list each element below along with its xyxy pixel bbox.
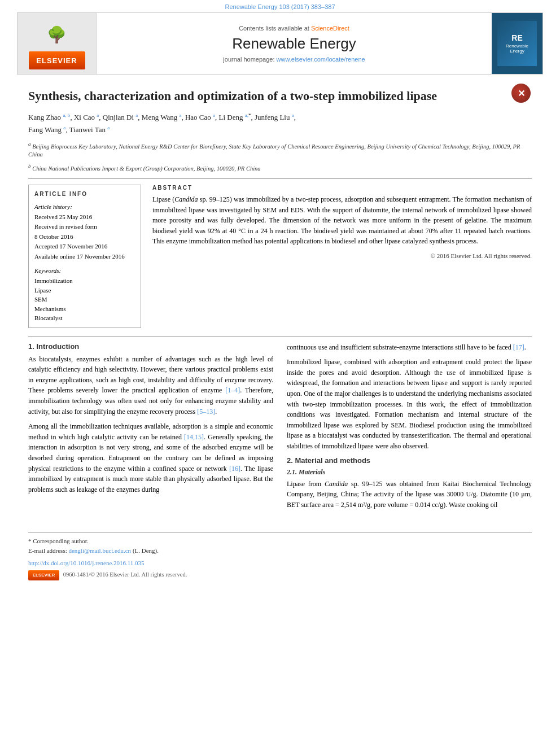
article-history-label: Article history:	[34, 202, 135, 212]
journal-header-center: Contents lists available at ScienceDirec…	[97, 13, 492, 74]
keyword-mechanisms: Mechanisms	[34, 304, 135, 314]
section1-para1: As biocatalysts, enzymes exhibit a numbe…	[28, 354, 273, 417]
elsevier-logo-area: 🌳 ELSEVIER	[18, 13, 97, 74]
title-row: Synthesis, characterization and optimiza…	[28, 82, 532, 111]
affiliation-b: b China National Publications Import & E…	[28, 163, 532, 173]
abstract-title: ABSTRACT	[152, 185, 532, 191]
journal-title-header: Renewable Energy	[232, 35, 356, 53]
section2-1-text: Lipase from Candida sp. 99–125 was obtai…	[287, 479, 532, 510]
journal-homepage-link[interactable]: www.elsevier.com/locate/renene	[277, 56, 365, 63]
keyword-sem: SEM	[34, 295, 135, 304]
section1-para3: continuous use and insufficient substrat…	[287, 342, 532, 353]
article-info-col: ARTICLE INFO Article history: Received 2…	[28, 185, 141, 328]
footer-elsevier-logo: ELSEVIER	[28, 570, 59, 580]
header-banner: 🌳 ELSEVIER Contents lists available at S…	[17, 12, 543, 75]
received-date: Received 25 May 2016	[34, 212, 135, 222]
body-right: continuous use and insufficient substrat…	[287, 342, 532, 516]
divider	[28, 178, 532, 179]
corresponding-note: * Corresponding author.	[28, 536, 532, 546]
re-logo-box: RE RenewableEnergy	[497, 21, 537, 66]
email-link[interactable]: dengli@mail.buct.edu.cn	[68, 547, 131, 554]
authors-line: Kang Zhao a, b, Xi Cao a, Qinjian Di a, …	[28, 111, 532, 136]
revised-date: 8 October 2016	[34, 232, 135, 242]
sciencedirect-line: Contents lists available at ScienceDirec…	[239, 25, 349, 32]
journal-ref-top: Renewable Energy 103 (2017) 383–387	[0, 0, 560, 12]
re-logo-area: RE RenewableEnergy	[492, 13, 542, 74]
accepted-date: Accepted 17 November 2016	[34, 242, 135, 252]
doi-line: http://dx.doi.org/10.1016/j.renene.2016.…	[28, 558, 532, 568]
affiliations: a Beijing Bioprocess Key Laboratory, Nat…	[28, 141, 532, 159]
section1: 1. Introduction As biocatalysts, enzymes…	[28, 342, 273, 495]
section1-para2: Among all the immobilization techniques …	[28, 421, 273, 495]
body-two-col: 1. Introduction As biocatalysts, enzymes…	[28, 342, 532, 516]
crossmark-icon: ✕	[511, 84, 531, 103]
body-divider	[28, 336, 532, 337]
elsevier-wordmark: ELSEVIER	[29, 51, 85, 69]
journal-homepage-line: journal homepage: www.elsevier.com/locat…	[223, 56, 365, 63]
sciencedirect-link[interactable]: ScienceDirect	[311, 25, 349, 32]
section1-title: 1. Introduction	[28, 342, 273, 351]
article-title: Synthesis, characterization and optimiza…	[28, 82, 437, 104]
section2: 2. Material and methods 2.1. Materials L…	[287, 456, 532, 510]
keyword-immobilization: Immobilization	[34, 276, 135, 286]
keyword-lipase: Lipase	[34, 286, 135, 295]
received-revised-label: Received in revised form	[34, 222, 135, 232]
section2-1-title: 2.1. Materials	[287, 468, 532, 477]
elsevier-tree-icon: 🌳	[23, 18, 91, 51]
journal-ref-text: Renewable Energy 103 (2017) 383–387	[225, 3, 335, 10]
main-content: Synthesis, characterization and optimiza…	[0, 82, 560, 580]
keywords-section: Keywords: Immobilization Lipase SEM Mech…	[34, 266, 135, 322]
copyright-footer: ELSEVIER 0960-1481/© 2016 Elsevier Ltd. …	[28, 570, 532, 580]
email-note: E-mail address: dengli@mail.buct.edu.cn …	[28, 546, 532, 556]
article-info-box: ARTICLE INFO Article history: Received 2…	[28, 185, 141, 328]
section1-para4: Immobilized lipase, combined with adsorp…	[287, 357, 532, 451]
section2-title: 2. Material and methods	[287, 456, 532, 465]
crossmark[interactable]: ✕	[510, 82, 532, 104]
article-info-title: ARTICLE INFO	[34, 190, 135, 199]
info-abstract-row: ARTICLE INFO Article history: Received 2…	[28, 185, 532, 328]
footnote-area: * Corresponding author. E-mail address: …	[28, 532, 532, 580]
abstract-section: ABSTRACT Lipase (Candida sp. 99–125) was…	[152, 185, 532, 328]
keyword-biocatalyst: Biocatalyst	[34, 313, 135, 323]
doi-link[interactable]: http://dx.doi.org/10.1016/j.renene.2016.…	[28, 560, 145, 566]
abstract-copyright: © 2016 Elsevier Ltd. All rights reserved…	[152, 252, 532, 259]
available-online: Available online 17 November 2016	[34, 252, 135, 262]
page-wrapper: Renewable Energy 103 (2017) 383–387 🌳 EL…	[0, 0, 560, 580]
body-left: 1. Introduction As biocatalysts, enzymes…	[28, 342, 273, 516]
keywords-label: Keywords:	[34, 266, 135, 276]
abstract-text: Lipase (Candida sp. 99–125) was immobili…	[152, 194, 532, 247]
